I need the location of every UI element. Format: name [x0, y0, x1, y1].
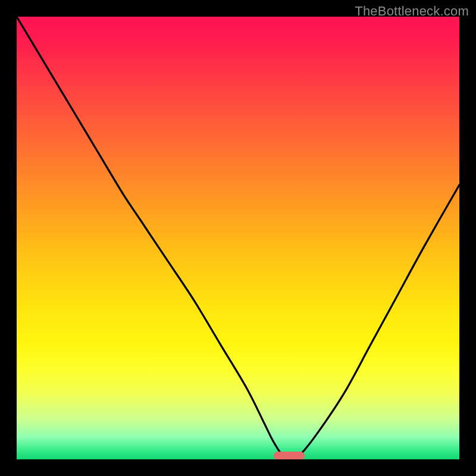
- plot-area: [17, 17, 459, 459]
- watermark-text: TheBottleneck.com: [355, 4, 469, 19]
- bottleneck-curve: [17, 17, 459, 459]
- sweet-spot-marker: [274, 452, 305, 459]
- chart-frame: TheBottleneck.com: [0, 0, 476, 476]
